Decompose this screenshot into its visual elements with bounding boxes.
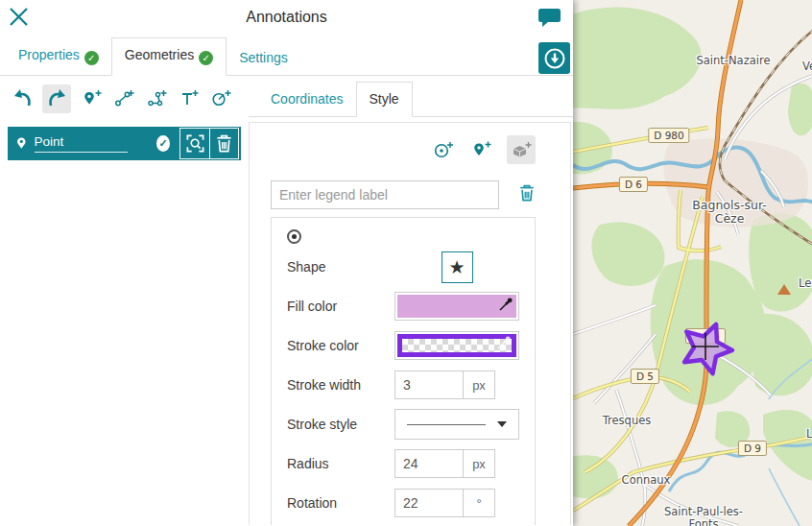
geometry-detail-column: Coordinates Style bbox=[249, 76, 573, 525]
radius-row: Radius px bbox=[287, 449, 519, 478]
main-tabbar: Properties✓ Geometries✓ Settings bbox=[0, 38, 573, 76]
fill-color-swatch[interactable] bbox=[394, 292, 519, 321]
shape-label: Shape bbox=[287, 259, 325, 275]
geometry-list-item-point[interactable]: Point ✓ bbox=[8, 127, 241, 160]
style-type-icons bbox=[271, 134, 536, 165]
annotations-panel: Annotations Properties✓ Geometries✓ Sett… bbox=[0, 0, 573, 526]
detail-tabbar: Coordinates Style bbox=[249, 76, 573, 117]
add-circle-icon[interactable] bbox=[209, 87, 233, 109]
add-line-icon[interactable] bbox=[112, 87, 136, 109]
redo-button[interactable] bbox=[42, 84, 71, 113]
geometry-toolbar bbox=[0, 76, 249, 114]
fill-color-label: Fill color bbox=[287, 299, 337, 314]
panel-body: Point ✓ Coordinates bbox=[0, 76, 573, 525]
delete-geometry-button[interactable] bbox=[209, 129, 238, 158]
add-geometry-icons bbox=[80, 87, 233, 109]
star-annotation[interactable] bbox=[573, 0, 812, 526]
geometry-name-input[interactable]: Point bbox=[35, 134, 129, 153]
annotations-app: Annotations Properties✓ Geometries✓ Sett… bbox=[0, 0, 812, 526]
stroke-style-label: Stroke style bbox=[287, 417, 357, 432]
geometry-item-actions bbox=[179, 128, 239, 159]
radius-unit: px bbox=[463, 450, 494, 477]
add-polygon-icon[interactable] bbox=[145, 87, 169, 109]
tab-style[interactable]: Style bbox=[356, 82, 413, 117]
stroke-width-input[interactable] bbox=[395, 371, 463, 398]
stroke-style-row: Stroke style bbox=[287, 410, 519, 439]
eyedropper-icon bbox=[496, 335, 512, 354]
circle-arrow-down-button[interactable] bbox=[538, 42, 570, 74]
legend-label-input[interactable] bbox=[271, 180, 499, 209]
stroke-color-label: Stroke color bbox=[287, 338, 359, 353]
star-icon: ★ bbox=[448, 257, 465, 277]
stroke-width-label: Stroke width bbox=[287, 377, 361, 393]
add-text-icon[interactable] bbox=[178, 87, 201, 109]
stroke-width-row: Stroke width px bbox=[287, 371, 519, 399]
stroke-color-row: Stroke color bbox=[287, 331, 519, 360]
check-circle-icon: ✓ bbox=[156, 135, 170, 152]
rotation-input[interactable] bbox=[395, 490, 463, 516]
delete-style-icon[interactable] bbox=[518, 183, 536, 206]
chat-icon[interactable] bbox=[537, 8, 561, 32]
check-icon: ✓ bbox=[84, 51, 99, 65]
marker-style-icon[interactable] bbox=[469, 138, 493, 161]
radius-label: Radius bbox=[287, 456, 329, 471]
add-point-icon[interactable] bbox=[80, 87, 104, 109]
eyedropper-icon bbox=[498, 297, 513, 316]
undo-button[interactable] bbox=[10, 84, 36, 113]
stroke-style-select[interactable] bbox=[394, 409, 519, 440]
rotation-label: Rotation bbox=[287, 495, 337, 511]
check-icon: ✓ bbox=[199, 51, 213, 65]
legend-row bbox=[271, 180, 536, 209]
tab-settings[interactable]: Settings bbox=[227, 41, 300, 75]
panel-header: Annotations bbox=[0, 0, 573, 38]
fill-color-row: Fill color bbox=[287, 292, 519, 321]
solid-line-icon bbox=[407, 424, 486, 425]
rotation-row: Rotation ° bbox=[287, 489, 519, 517]
close-icon[interactable] bbox=[8, 6, 30, 32]
marker-icon bbox=[16, 135, 27, 152]
stroke-color-swatch[interactable] bbox=[394, 331, 519, 360]
zoom-to-geometry-button[interactable] bbox=[180, 129, 209, 158]
map-viewport[interactable]: D 980 D 6 D 5 D 9 5 Saint-Nazaire Vé Bag… bbox=[573, 0, 812, 526]
geometries-column: Point ✓ bbox=[0, 76, 249, 525]
shape-row: Shape ★ bbox=[287, 252, 519, 281]
radius-input[interactable] bbox=[395, 450, 463, 477]
tab-coordinates[interactable]: Coordinates bbox=[258, 83, 356, 116]
symbol-style-icon[interactable] bbox=[507, 135, 536, 164]
style-card: Shape ★ Fill color bbox=[271, 217, 536, 525]
shape-picker-button[interactable]: ★ bbox=[442, 251, 473, 283]
tab-geometries[interactable]: Geometries✓ bbox=[111, 37, 227, 76]
style-panel: Shape ★ Fill color bbox=[249, 122, 571, 525]
tab-properties[interactable]: Properties✓ bbox=[6, 38, 111, 75]
rotation-unit: ° bbox=[463, 490, 494, 516]
style-radio[interactable] bbox=[287, 229, 301, 244]
stroke-width-unit: px bbox=[463, 371, 494, 398]
page-title: Annotations bbox=[0, 0, 573, 26]
circle-style-icon[interactable] bbox=[431, 138, 456, 161]
chevron-down-icon bbox=[497, 421, 507, 427]
